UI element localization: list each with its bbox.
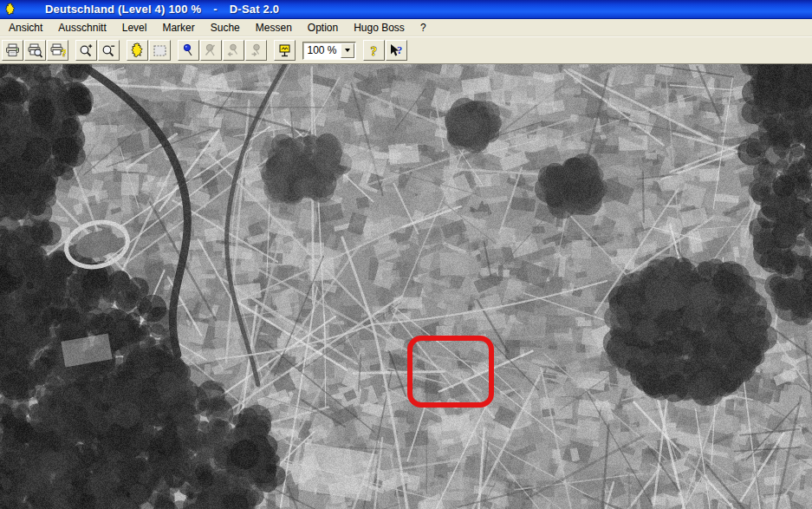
context-help-button[interactable]: ? [386, 40, 407, 61]
signpost-icon [276, 42, 293, 59]
menu-hilfe[interactable]: ? [412, 20, 434, 36]
gray-pin-arrow-left-icon [225, 42, 242, 59]
window-title: Deutschland (Level 4) 100 % - D-Sat 2.0 [45, 3, 279, 16]
help-button[interactable]: ? [363, 40, 385, 61]
svg-text:?: ? [371, 43, 378, 57]
select-region-button[interactable] [149, 40, 171, 61]
menu-hugo-boss[interactable]: Hugo Boss [346, 20, 412, 36]
window-title-separator: - [213, 3, 218, 16]
menubar: Ansicht Ausschnitt Level Marker Suche Me… [0, 19, 812, 36]
magnifier-plus-icon [78, 42, 94, 59]
print-preview-button[interactable] [24, 40, 46, 61]
add-marker-button[interactable] [178, 40, 199, 61]
app-germany-icon[interactable] [3, 3, 17, 16]
germany-icon [129, 42, 146, 59]
zoom-out-button[interactable] [98, 40, 120, 61]
zoom-level-select[interactable]: 100 % [302, 42, 356, 60]
toolbar: ? [0, 36, 812, 64]
print-setup-button[interactable]: ? [47, 40, 68, 61]
menu-level[interactable]: Level [114, 20, 155, 36]
svg-text:?: ? [397, 43, 402, 55]
blue-pin-icon [180, 42, 197, 59]
zoom-level-dropdown-button[interactable] [341, 43, 354, 58]
toolbar-marker-group [178, 40, 267, 61]
aerial-photo[interactable] [0, 64, 812, 509]
map-viewport [0, 64, 812, 509]
toolbar-sign-group [274, 40, 296, 61]
arrow-question-icon: ? [388, 42, 405, 59]
menu-ansicht[interactable]: Ansicht [1, 20, 50, 36]
window-title-left: Deutschland (Level 4) 100 % [45, 3, 201, 16]
svg-text:?: ? [62, 47, 67, 57]
printer-icon [4, 42, 21, 59]
chevron-down-icon [345, 49, 350, 52]
magnifier-minus-icon [101, 42, 117, 59]
gray-pin-slash-icon [203, 42, 219, 59]
window-title-right: D-Sat 2.0 [230, 3, 279, 16]
menu-option[interactable]: Option [300, 20, 346, 36]
question-mark-icon: ? [366, 42, 382, 59]
toggle-marker-sign-button[interactable] [274, 40, 296, 61]
menu-ausschnitt[interactable]: Ausschnitt [50, 20, 114, 36]
dsat-window: { "window": { "icon": "germany-icon", "t… [0, 0, 812, 509]
dashed-rect-icon [152, 42, 168, 59]
menu-suche[interactable]: Suche [203, 20, 248, 36]
toolbar-view-group [127, 40, 171, 61]
zoom-level-value: 100 % [303, 44, 341, 56]
print-button[interactable] [2, 40, 23, 61]
zoom-in-button[interactable] [75, 40, 97, 61]
menu-marker[interactable]: Marker [154, 20, 202, 36]
delete-marker-button [200, 40, 222, 61]
titlebar: Deutschland (Level 4) 100 % - D-Sat 2.0 [0, 0, 812, 19]
toolbar-zoom-group [75, 40, 120, 61]
toolbar-help-group: ? ? [363, 40, 407, 61]
overview-germany-button[interactable] [127, 40, 148, 61]
printer-magnifier-icon [27, 42, 43, 59]
gray-pin-arrow-right-icon [248, 42, 264, 59]
menu-messen[interactable]: Messen [248, 20, 300, 36]
next-marker-button [245, 40, 267, 61]
toolbar-print-group: ? [2, 40, 68, 61]
printer-setup-icon: ? [49, 42, 66, 59]
previous-marker-button [223, 40, 244, 61]
